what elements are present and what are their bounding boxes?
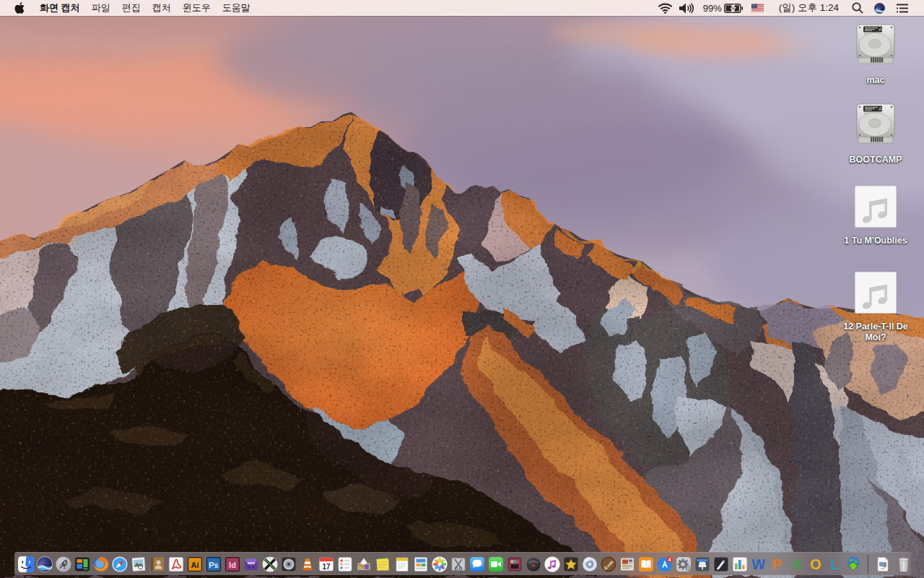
svg-text:Id: Id bbox=[229, 561, 236, 569]
svg-text:4: 4 bbox=[668, 557, 671, 562]
svg-text:W: W bbox=[752, 556, 766, 572]
svg-text:O: O bbox=[810, 556, 821, 572]
svg-text:Ps: Ps bbox=[209, 561, 218, 569]
svg-text:X: X bbox=[792, 556, 802, 572]
svg-text:P: P bbox=[773, 556, 783, 572]
svg-text:L: L bbox=[830, 556, 839, 572]
svg-text:Ai: Ai bbox=[191, 561, 199, 569]
svg-text:17: 17 bbox=[323, 562, 331, 570]
